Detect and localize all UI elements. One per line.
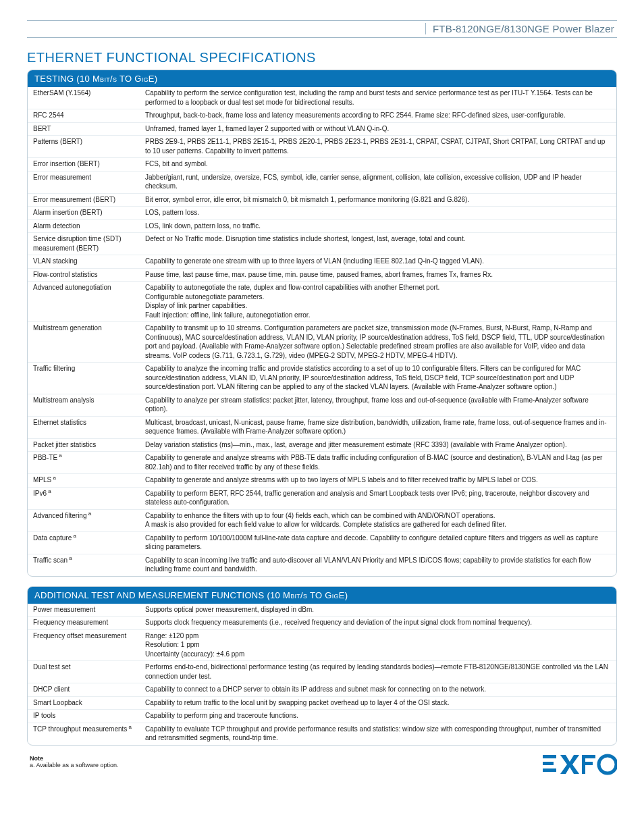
table-row: Smart LoopbackCapability to return traff… bbox=[28, 696, 616, 710]
svg-rect-6 bbox=[582, 755, 585, 774]
spec-label: VLAN stacking bbox=[28, 255, 140, 269]
spec-table-header: ADDITIONAL TEST AND MEASUREMENT FUNCTION… bbox=[28, 587, 616, 604]
spec-value: Multicast, broadcast, unicast, N-unicast… bbox=[140, 416, 616, 438]
table-row: Patterns (BERT)PRBS 2E9-1, PRBS 2E11-1, … bbox=[28, 136, 616, 158]
spec-tables: TESTING (10 Mbit/s TO GigE)EtherSAM (Y.1… bbox=[27, 70, 617, 746]
table-row: Advanced filtering aCapability to enhanc… bbox=[28, 509, 616, 531]
table-row: Data capture aCapability to perform 10/1… bbox=[28, 531, 616, 554]
spec-label: Error measurement (BERT) bbox=[28, 193, 140, 207]
spec-value: Capability to autonegotiate the rate, du… bbox=[140, 282, 616, 322]
spec-label: Flow-control statistics bbox=[28, 268, 140, 282]
table-row: Alarm insertion (BERT)LOS, pattern loss. bbox=[28, 207, 616, 220]
table-row: Error measurement (BERT)Bit error, symbo… bbox=[28, 193, 616, 207]
spec-label: Traffic filtering bbox=[28, 363, 140, 394]
spec-value: Capability to analyze the incoming traff… bbox=[140, 363, 616, 394]
spec-label: Power measurement bbox=[28, 604, 140, 617]
spec-value: Supports clock frequency measurements (i… bbox=[140, 617, 616, 630]
table-row: Multistream analysisCapability to analyz… bbox=[28, 394, 616, 416]
spec-label: EtherSAM (Y.1564) bbox=[28, 87, 140, 109]
table-row: RFC 2544Throughput, back-to-back, frame … bbox=[28, 109, 616, 123]
spec-value: LOS, pattern loss. bbox=[140, 207, 616, 220]
spec-label: Data capture a bbox=[28, 531, 140, 554]
spec-value: Capability to return traffic to the loca… bbox=[140, 696, 616, 710]
table-row: BERTUnframed, framed layer 1, framed lay… bbox=[28, 122, 616, 136]
svg-marker-3 bbox=[560, 755, 579, 774]
spec-value: LOS, link down, pattern loss, no traffic… bbox=[140, 219, 616, 233]
table-row: Advanced autonegotiationCapability to au… bbox=[28, 282, 616, 322]
spec-value: Capability to analyze per stream statist… bbox=[140, 394, 616, 416]
footnote-heading: Note bbox=[30, 755, 617, 762]
spec-table-body: EtherSAM (Y.1564)Capability to perform t… bbox=[28, 87, 616, 576]
table-row: Traffic filteringCapability to analyze t… bbox=[28, 363, 616, 394]
spec-value: Performs end-to-end, bidirectional perfo… bbox=[140, 661, 616, 683]
table-row: Frequency measurementSupports clock freq… bbox=[28, 617, 616, 630]
spec-value: Capability to generate one stream with u… bbox=[140, 255, 616, 269]
spec-label: BERT bbox=[28, 122, 140, 136]
table-row: Packet jitter statisticsDelay variation … bbox=[28, 438, 616, 452]
footnote: Note a. Available as a software option. bbox=[27, 755, 617, 768]
brand-logo bbox=[543, 754, 617, 777]
spec-value: PRBS 2E9-1, PRBS 2E11-1, PRBS 2E15-1, PR… bbox=[140, 136, 616, 158]
table-row: Power measurementSupports optical power … bbox=[28, 604, 616, 617]
spec-value: Defect or No Traffic mode. Disruption ti… bbox=[140, 233, 616, 255]
spec-table-header: TESTING (10 Mbit/s TO GigE) bbox=[28, 70, 616, 87]
footnote-text: a. Available as a software option. bbox=[30, 762, 617, 768]
svg-rect-1 bbox=[543, 762, 554, 765]
spec-label: Alarm insertion (BERT) bbox=[28, 207, 140, 220]
spec-value: Capability to perform 10/100/1000M full-… bbox=[140, 531, 616, 554]
spec-label: DHCP client bbox=[28, 683, 140, 697]
spec-label: IPv6 a bbox=[28, 487, 140, 509]
spec-label: TCP throughput measurements a bbox=[28, 723, 140, 745]
spec-label: Error insertion (BERT) bbox=[28, 158, 140, 172]
table-row: EtherSAM (Y.1564)Capability to perform t… bbox=[28, 87, 616, 109]
spec-value: Capability to connect to a DHCP server t… bbox=[140, 683, 616, 697]
spec-value: Bit error, symbol error, idle error, bit… bbox=[140, 193, 616, 207]
product-header: FTB-8120NGE/8130NGE Power Blazer bbox=[27, 20, 617, 38]
spec-value: Capability to enhance the filters with u… bbox=[140, 509, 616, 531]
table-row: Flow-control statisticsPause time, last … bbox=[28, 268, 616, 282]
table-row: Dual test setPerforms end-to-end, bidire… bbox=[28, 661, 616, 683]
product-name: FTB-8120NGE/8130NGE Power Blazer bbox=[425, 23, 617, 34]
spec-label: MPLS a bbox=[28, 474, 140, 488]
table-row: Frequency offset measurementRange: ±120 … bbox=[28, 629, 616, 661]
spec-label: Service disruption time (SDT) measuremen… bbox=[28, 233, 140, 255]
spec-label: Advanced autonegotiation bbox=[28, 282, 140, 322]
spec-value: FCS, bit and symbol. bbox=[140, 158, 616, 172]
spec-value: Capability to perform BERT, RFC 2544, tr… bbox=[140, 487, 616, 509]
svg-rect-2 bbox=[543, 768, 556, 772]
table-row: Error measurementJabber/giant, runt, und… bbox=[28, 171, 616, 193]
spec-table-body: Power measurementSupports optical power … bbox=[28, 604, 616, 745]
spec-label: Smart Loopback bbox=[28, 696, 140, 710]
spec-label: PBB-TE a bbox=[28, 452, 140, 474]
spec-table: TESTING (10 Mbit/s TO GigE)EtherSAM (Y.1… bbox=[27, 70, 617, 577]
table-row: PBB-TE aCapability to generate and analy… bbox=[28, 452, 616, 474]
table-row: TCP throughput measurements aCapability … bbox=[28, 723, 616, 745]
spec-value: Range: ±120 ppmResolution: 1 ppmUncertai… bbox=[140, 629, 616, 661]
spec-label: RFC 2544 bbox=[28, 109, 140, 123]
table-row: IPv6 aCapability to perform BERT, RFC 25… bbox=[28, 487, 616, 509]
spec-label: Alarm detection bbox=[28, 219, 140, 233]
table-row: MPLS aCapability to generate and analyze… bbox=[28, 474, 616, 488]
spec-value: Throughput, back-to-back, frame loss and… bbox=[140, 109, 616, 123]
table-row: Ethernet statisticsMulticast, broadcast,… bbox=[28, 416, 616, 438]
spec-label: IP tools bbox=[28, 710, 140, 723]
spec-label: Advanced filtering a bbox=[28, 509, 140, 531]
spec-value: Capability to generate and analyze strea… bbox=[140, 474, 616, 488]
table-row: VLAN stackingCapability to generate one … bbox=[28, 255, 616, 269]
spec-value: Capability to evaluate TCP throughput an… bbox=[140, 723, 616, 745]
spec-value: Capability to perform ping and tracerout… bbox=[140, 710, 616, 723]
svg-point-7 bbox=[599, 756, 616, 773]
table-row: IP toolsCapability to perform ping and t… bbox=[28, 710, 616, 723]
spec-label: Multistream generation bbox=[28, 322, 140, 363]
spec-value: Delay variation statistics (ms)—min., ma… bbox=[140, 438, 616, 452]
spec-value: Capability to scan incoming live traffic… bbox=[140, 554, 616, 576]
spec-label: Dual test set bbox=[28, 661, 140, 683]
spec-label: Packet jitter statistics bbox=[28, 438, 140, 452]
spec-label: Traffic scan a bbox=[28, 554, 140, 576]
table-row: Service disruption time (SDT) measuremen… bbox=[28, 233, 616, 255]
spec-value: Capability to generate and analyze strea… bbox=[140, 452, 616, 474]
spec-label: Patterns (BERT) bbox=[28, 136, 140, 158]
spec-label: Ethernet statistics bbox=[28, 416, 140, 438]
spec-value: Capability to transmit up to 10 streams.… bbox=[140, 322, 616, 363]
spec-value: Supports optical power measurement, disp… bbox=[140, 604, 616, 617]
